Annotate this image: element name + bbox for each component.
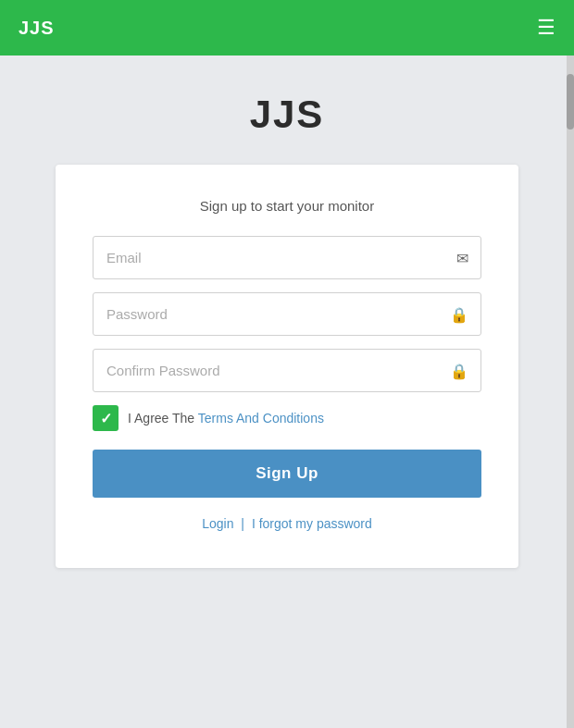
header-logo: JJS bbox=[19, 18, 55, 39]
terms-checkbox[interactable]: ✓ bbox=[93, 405, 119, 431]
confirm-password-input[interactable] bbox=[93, 349, 481, 392]
email-input-group: ✉ bbox=[93, 236, 481, 279]
bottom-links: Login | I forgot my password bbox=[93, 516, 481, 531]
password-input[interactable] bbox=[93, 292, 481, 336]
confirm-password-input-group: 🔒 bbox=[93, 349, 481, 392]
terms-label: I Agree The Terms And Conditions bbox=[128, 411, 324, 426]
brand-title: JJS bbox=[250, 93, 325, 137]
terms-prefix: I Agree The bbox=[128, 411, 198, 426]
signup-button[interactable]: Sign Up bbox=[93, 450, 481, 498]
form-subtitle: Sign up to start your monitor bbox=[93, 198, 481, 214]
password-input-group: 🔒 bbox=[93, 292, 481, 336]
hamburger-icon[interactable]: ☰ bbox=[537, 18, 555, 38]
terms-checkbox-row: ✓ I Agree The Terms And Conditions bbox=[93, 405, 481, 431]
header: JJS ☰ bbox=[0, 0, 574, 56]
main-content: JJS Sign up to start your monitor ✉ 🔒 🔒 … bbox=[0, 56, 574, 568]
signup-form-card: Sign up to start your monitor ✉ 🔒 🔒 ✓ I … bbox=[56, 165, 518, 568]
email-input[interactable] bbox=[93, 236, 481, 279]
forgot-password-link[interactable]: I forgot my password bbox=[252, 516, 372, 531]
scrollbar[interactable] bbox=[567, 56, 574, 728]
terms-link[interactable]: Terms And Conditions bbox=[198, 411, 324, 426]
login-link[interactable]: Login bbox=[202, 516, 233, 531]
link-divider: | bbox=[241, 516, 244, 531]
checkmark-icon: ✓ bbox=[100, 410, 112, 427]
scrollbar-thumb[interactable] bbox=[567, 74, 574, 130]
